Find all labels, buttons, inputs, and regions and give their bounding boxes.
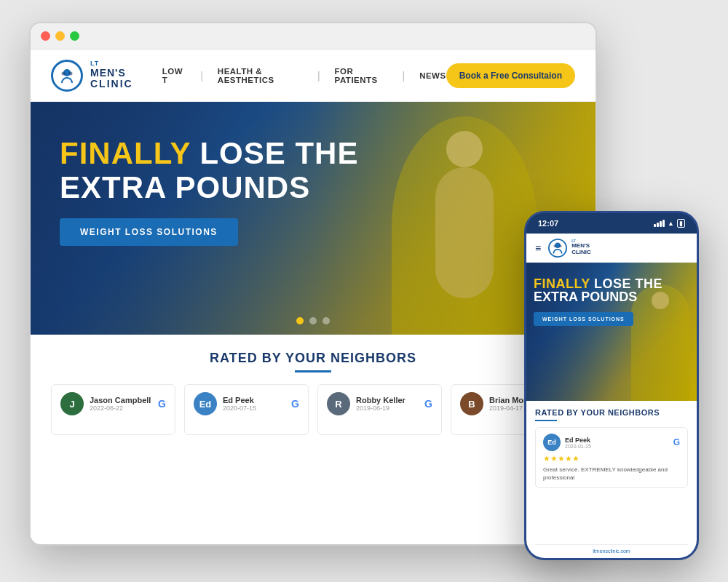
svg-point-6 <box>559 244 562 247</box>
rated-underline <box>295 370 331 372</box>
reviewer-info-2: Ed Peek 2020-07-15 <box>223 396 285 412</box>
hero-finally-text: FINALLY <box>60 136 191 170</box>
close-button-icon[interactable] <box>41 31 50 41</box>
review-card-3: R Robby Keller 2019-06-19 G <box>317 384 442 435</box>
hero-line1-suffix: LOSE THE <box>199 136 358 170</box>
review-card-1: J Jason Campbell 2022-06-22 G <box>51 384 175 435</box>
google-icon-1: G <box>158 398 166 410</box>
logo-text: LT MEN'S CLINIC <box>90 60 133 90</box>
battery-icon: ▮ <box>677 219 685 228</box>
hero-cta-button[interactable]: WEIGHT LOSS SOLUTIONS <box>60 218 238 246</box>
desktop-titlebar <box>31 23 596 49</box>
hero-carousel-dots <box>296 317 330 324</box>
reviewer-name-3: Robby Keller <box>356 396 419 404</box>
logo-icon <box>51 60 83 92</box>
book-consultation-button[interactable]: Book a Free Consultaion <box>446 63 575 88</box>
review-card-2: Ed Ed Peek 2020-07-15 G <box>184 384 309 435</box>
review-top-2: Ed Ed Peek 2020-07-15 G <box>194 392 299 415</box>
mobile-logo-text: LT MEN'S CLINIC <box>571 239 591 256</box>
nav-divider-3: | <box>403 70 405 81</box>
mobile-reviewer-name: Ed Peek <box>565 436 669 444</box>
hero-dot-2[interactable] <box>309 317 317 324</box>
mobile-mockup: 12:07 ▲ ▮ ≡ <box>524 211 699 560</box>
reviewer-info-3: Robby Keller 2019-06-19 <box>356 396 419 412</box>
mobile-url-bar: ltmensclinic.com <box>526 540 697 558</box>
website: LT MEN'S CLINIC LOW T | HEALTH & AESTHET… <box>31 49 596 544</box>
mobile-review-text: Great service. EXTREMELY knowledgeable a… <box>543 466 680 482</box>
mobile-statusbar: 12:07 ▲ ▮ <box>526 213 697 234</box>
google-icon-3: G <box>424 398 432 410</box>
nav-links: LOW T | HEALTH & AESTHETICS | FOR PATIEN… <box>162 67 446 84</box>
nav-divider-2: | <box>317 70 320 81</box>
mobile-hero: FINALLY LOSE THE EXTRA POUNDS WEIGHT LOS… <box>526 263 697 401</box>
hero-section: FINALLY LOSE THE EXTRA POUNDS WEIGHT LOS… <box>31 102 596 335</box>
mobile-stars: ★★★★★ <box>543 454 680 463</box>
mobile-reviewer-date: 2020-01-15 <box>565 444 669 449</box>
mobile-content: ≡ LT MEN'S CLINIC <box>526 234 697 558</box>
signal-bar-2 <box>657 223 659 227</box>
nav-divider-1: | <box>200 70 203 81</box>
review-top-3: R Robby Keller 2019-06-19 G <box>327 392 432 415</box>
hero-text: FINALLY LOSE THE EXTRA POUNDS WEIGHT LOS… <box>60 138 358 246</box>
reviews-row: J Jason Campbell 2022-06-22 G Ed <box>51 384 575 435</box>
svg-point-2 <box>69 71 73 75</box>
nav-news[interactable]: NEWS <box>419 71 446 80</box>
nav-low-t[interactable]: LOW T <box>162 67 186 84</box>
mobile-time: 12:07 <box>538 219 558 228</box>
rated-title: RATED BY YOUR NEIGHBORS <box>51 351 575 366</box>
rated-section: RATED BY YOUR NEIGHBORS J Jason Campbell… <box>31 335 596 447</box>
reviewer-date-1: 2022-06-22 <box>90 404 152 412</box>
svg-point-5 <box>554 244 557 247</box>
signal-bar-1 <box>654 224 656 227</box>
reviewer-info-1: Jason Campbell 2022-06-22 <box>90 396 152 412</box>
reviewer-date-3: 2019-06-19 <box>356 404 419 412</box>
avatar-2: Ed <box>194 392 217 415</box>
mobile-google-icon: G <box>673 437 680 447</box>
wifi-icon: ▲ <box>668 220 674 227</box>
reviewer-date-2: 2020-07-15 <box>223 404 285 412</box>
mobile-status-icons: ▲ ▮ <box>654 219 685 228</box>
traffic-lights <box>41 31 79 41</box>
mobile-url: ltmensclinic.com <box>535 544 688 554</box>
hero-figure <box>392 116 537 335</box>
hero-title-line2: EXTRA POUNDS <box>60 172 358 204</box>
hero-dot-3[interactable] <box>323 317 330 324</box>
site-header: LT MEN'S CLINIC LOW T | HEALTH & AESTHET… <box>31 49 596 102</box>
hero-title-line1: FINALLY LOSE THE <box>60 138 358 169</box>
reviewer-name-1: Jason Campbell <box>90 396 152 404</box>
mobile-hero-text: FINALLY LOSE THE EXTRA POUNDS WEIGHT LOS… <box>534 277 662 326</box>
mobile-logo-icon <box>548 239 567 258</box>
scene: LT MEN'S CLINIC LOW T | HEALTH & AESTHET… <box>29 22 699 560</box>
nav-health[interactable]: HEALTH & AESTHETICS <box>218 67 303 84</box>
nav-patients[interactable]: FOR PATIENTS <box>335 67 388 84</box>
mobile-hero-line1: FINALLY LOSE THE <box>534 277 662 290</box>
minimize-button-icon[interactable] <box>55 31 65 41</box>
fullscreen-button-icon[interactable] <box>70 31 79 41</box>
hero-dot-1[interactable] <box>296 317 304 324</box>
review-top-1: J Jason Campbell 2022-06-22 G <box>60 392 166 415</box>
svg-point-1 <box>62 71 66 75</box>
logo-area: LT MEN'S CLINIC <box>51 60 133 92</box>
avatar-4: B <box>460 392 483 415</box>
mobile-finally-text: FINALLY <box>534 276 590 291</box>
mobile-header: ≡ LT MEN'S CLINIC <box>526 234 697 263</box>
mobile-hero-line2: EXTRA POUNDS <box>534 290 662 305</box>
avatar-1: J <box>60 392 84 415</box>
mobile-reviewer-info: Ed Peek 2020-01-15 <box>565 436 669 449</box>
mobile-rated-title: RATED BY YOUR NEIGHBORS <box>535 408 688 417</box>
desktop-website-content: LT MEN'S CLINIC LOW T | HEALTH & AESTHET… <box>31 49 596 544</box>
avatar-3: R <box>327 392 350 415</box>
mobile-avatar: Ed <box>543 434 561 451</box>
signal-bar-4 <box>662 220 665 227</box>
mobile-review-card: Ed Ed Peek 2020-01-15 G ★★★★★ Great serv… <box>535 427 688 488</box>
mobile-line1-suffix: LOSE THE <box>594 276 662 291</box>
reviewer-name-2: Ed Peek <box>223 396 285 404</box>
mobile-review-top: Ed Ed Peek 2020-01-15 G <box>543 434 680 451</box>
mobile-cta-button[interactable]: WEIGHT LOSS SOLUTIONS <box>534 312 633 326</box>
signal-bar-3 <box>660 221 662 227</box>
desktop-mockup: LT MEN'S CLINIC LOW T | HEALTH & AESTHET… <box>29 22 597 546</box>
mobile-rated-section: RATED BY YOUR NEIGHBORS Ed Ed Peek 2020-… <box>526 401 697 494</box>
hamburger-menu-icon[interactable]: ≡ <box>535 242 541 254</box>
mobile-rated-underline <box>535 420 557 421</box>
google-icon-2: G <box>291 398 299 410</box>
